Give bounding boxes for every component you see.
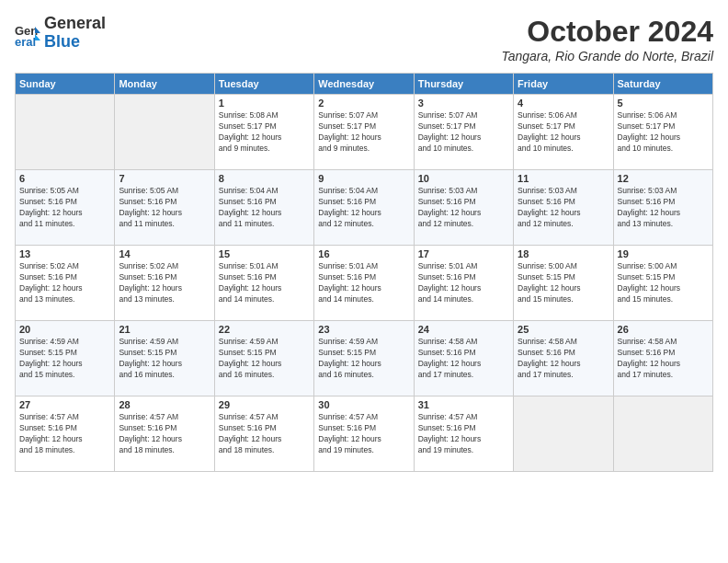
calendar-weekday-sunday: Sunday [16, 74, 115, 95]
day-number: 9 [318, 173, 409, 184]
calendar-cell [613, 396, 712, 472]
calendar-week-1: 1Sunrise: 5:08 AM Sunset: 5:17 PM Daylig… [16, 95, 713, 170]
day-number: 18 [518, 248, 609, 259]
day-number: 2 [318, 98, 409, 109]
day-number: 11 [518, 173, 609, 184]
day-info: Sunrise: 4:57 AM Sunset: 5:16 PM Dayligh… [219, 412, 310, 456]
day-info: Sunrise: 5:06 AM Sunset: 5:17 PM Dayligh… [618, 110, 709, 155]
calendar-week-5: 27Sunrise: 4:57 AM Sunset: 5:16 PM Dayli… [16, 396, 713, 472]
calendar-cell: 5Sunrise: 5:06 AM Sunset: 5:17 PM Daylig… [613, 95, 712, 170]
calendar-weekday-friday: Friday [514, 74, 613, 95]
calendar-cell: 19Sunrise: 5:00 AM Sunset: 5:15 PM Dayli… [613, 246, 712, 321]
day-info: Sunrise: 5:01 AM Sunset: 5:16 PM Dayligh… [418, 261, 509, 305]
logo-blue: Blue [44, 33, 106, 52]
calendar-cell: 27Sunrise: 4:57 AM Sunset: 5:16 PM Dayli… [16, 396, 115, 472]
day-number: 31 [418, 399, 509, 410]
calendar-cell: 25Sunrise: 4:58 AM Sunset: 5:16 PM Dayli… [514, 321, 613, 396]
day-info: Sunrise: 5:05 AM Sunset: 5:16 PM Dayligh… [119, 186, 210, 230]
day-number: 7 [119, 173, 210, 184]
calendar-cell: 16Sunrise: 5:01 AM Sunset: 5:16 PM Dayli… [314, 246, 414, 321]
calendar-cell: 10Sunrise: 5:03 AM Sunset: 5:16 PM Dayli… [414, 170, 513, 246]
day-number: 25 [518, 324, 609, 335]
calendar-cell: 7Sunrise: 5:05 AM Sunset: 5:16 PM Daylig… [115, 170, 214, 246]
calendar-cell: 6Sunrise: 5:05 AM Sunset: 5:16 PM Daylig… [16, 170, 115, 246]
day-number: 29 [219, 399, 310, 410]
calendar-cell: 22Sunrise: 4:59 AM Sunset: 5:15 PM Dayli… [214, 321, 313, 396]
calendar-header-row: SundayMondayTuesdayWednesdayThursdayFrid… [16, 74, 713, 95]
calendar-cell: 14Sunrise: 5:02 AM Sunset: 5:16 PM Dayli… [115, 246, 214, 321]
day-number: 1 [219, 98, 310, 109]
day-number: 15 [219, 248, 310, 259]
day-info: Sunrise: 5:02 AM Sunset: 5:16 PM Dayligh… [119, 261, 210, 305]
day-info: Sunrise: 5:06 AM Sunset: 5:17 PM Dayligh… [518, 110, 609, 155]
day-info: Sunrise: 5:07 AM Sunset: 5:17 PM Dayligh… [318, 110, 409, 155]
day-info: Sunrise: 4:57 AM Sunset: 5:16 PM Dayligh… [19, 412, 110, 456]
calendar-week-4: 20Sunrise: 4:59 AM Sunset: 5:15 PM Dayli… [16, 321, 713, 396]
month-title: October 2024 [501, 15, 713, 49]
svg-text:eral: eral [15, 35, 36, 48]
calendar-cell: 30Sunrise: 4:57 AM Sunset: 5:16 PM Dayli… [314, 396, 414, 472]
calendar-weekday-monday: Monday [115, 74, 214, 95]
day-number: 13 [19, 248, 110, 259]
day-info: Sunrise: 4:57 AM Sunset: 5:16 PM Dayligh… [318, 412, 409, 456]
calendar-cell: 26Sunrise: 4:58 AM Sunset: 5:16 PM Dayli… [613, 321, 712, 396]
day-number: 27 [19, 399, 110, 410]
day-number: 30 [318, 399, 409, 410]
calendar-cell: 2Sunrise: 5:07 AM Sunset: 5:17 PM Daylig… [314, 95, 414, 170]
day-info: Sunrise: 5:03 AM Sunset: 5:16 PM Dayligh… [518, 186, 609, 230]
day-number: 12 [618, 173, 709, 184]
day-number: 14 [119, 248, 210, 259]
day-number: 19 [618, 248, 709, 259]
calendar-cell: 9Sunrise: 5:04 AM Sunset: 5:16 PM Daylig… [314, 170, 414, 246]
calendar-cell: 12Sunrise: 5:03 AM Sunset: 5:16 PM Dayli… [613, 170, 712, 246]
day-info: Sunrise: 4:59 AM Sunset: 5:15 PM Dayligh… [219, 337, 310, 381]
day-number: 16 [318, 248, 409, 259]
day-number: 23 [318, 324, 409, 335]
calendar-cell: 11Sunrise: 5:03 AM Sunset: 5:16 PM Dayli… [514, 170, 613, 246]
day-info: Sunrise: 5:04 AM Sunset: 5:16 PM Dayligh… [318, 186, 409, 230]
day-info: Sunrise: 5:07 AM Sunset: 5:17 PM Dayligh… [418, 110, 509, 155]
day-info: Sunrise: 5:02 AM Sunset: 5:16 PM Dayligh… [19, 261, 110, 305]
day-number: 6 [19, 173, 110, 184]
calendar-cell: 1Sunrise: 5:08 AM Sunset: 5:17 PM Daylig… [214, 95, 313, 170]
page-header: Gen eral General Blue October 2024 Tanga… [15, 15, 713, 63]
location: Tangara, Rio Grande do Norte, Brazil [501, 49, 713, 63]
day-info: Sunrise: 5:08 AM Sunset: 5:17 PM Dayligh… [219, 110, 310, 155]
day-info: Sunrise: 5:03 AM Sunset: 5:16 PM Dayligh… [418, 186, 509, 230]
logo-general: General [44, 15, 106, 33]
calendar: SundayMondayTuesdayWednesdayThursdayFrid… [15, 73, 713, 472]
day-number: 28 [119, 399, 210, 410]
calendar-weekday-thursday: Thursday [414, 74, 513, 95]
calendar-cell: 29Sunrise: 4:57 AM Sunset: 5:16 PM Dayli… [214, 396, 313, 472]
calendar-week-3: 13Sunrise: 5:02 AM Sunset: 5:16 PM Dayli… [16, 246, 713, 321]
day-info: Sunrise: 5:00 AM Sunset: 5:15 PM Dayligh… [518, 261, 609, 305]
day-info: Sunrise: 5:00 AM Sunset: 5:15 PM Dayligh… [618, 261, 709, 305]
calendar-cell: 20Sunrise: 4:59 AM Sunset: 5:15 PM Dayli… [16, 321, 115, 396]
day-number: 10 [418, 173, 509, 184]
day-number: 5 [618, 98, 709, 109]
day-info: Sunrise: 4:59 AM Sunset: 5:15 PM Dayligh… [19, 337, 110, 381]
day-info: Sunrise: 4:57 AM Sunset: 5:16 PM Dayligh… [119, 412, 210, 456]
day-number: 8 [219, 173, 310, 184]
calendar-weekday-saturday: Saturday [613, 74, 712, 95]
day-info: Sunrise: 4:58 AM Sunset: 5:16 PM Dayligh… [618, 337, 709, 381]
day-number: 4 [518, 98, 609, 109]
logo-icon: Gen eral [15, 22, 40, 48]
day-info: Sunrise: 5:04 AM Sunset: 5:16 PM Dayligh… [219, 186, 310, 230]
logo: Gen eral General Blue [15, 15, 106, 52]
day-number: 3 [418, 98, 509, 109]
day-info: Sunrise: 4:58 AM Sunset: 5:16 PM Dayligh… [418, 337, 509, 381]
calendar-cell: 23Sunrise: 4:59 AM Sunset: 5:15 PM Dayli… [314, 321, 414, 396]
calendar-cell [115, 95, 214, 170]
day-info: Sunrise: 5:01 AM Sunset: 5:16 PM Dayligh… [219, 261, 310, 305]
calendar-cell: 24Sunrise: 4:58 AM Sunset: 5:16 PM Dayli… [414, 321, 513, 396]
calendar-weekday-wednesday: Wednesday [314, 74, 414, 95]
calendar-cell: 28Sunrise: 4:57 AM Sunset: 5:16 PM Dayli… [115, 396, 214, 472]
day-number: 20 [19, 324, 110, 335]
calendar-cell: 13Sunrise: 5:02 AM Sunset: 5:16 PM Dayli… [16, 246, 115, 321]
day-number: 22 [219, 324, 310, 335]
day-number: 26 [618, 324, 709, 335]
day-info: Sunrise: 5:03 AM Sunset: 5:16 PM Dayligh… [618, 186, 709, 230]
calendar-cell [514, 396, 613, 472]
day-info: Sunrise: 5:05 AM Sunset: 5:16 PM Dayligh… [19, 186, 110, 230]
